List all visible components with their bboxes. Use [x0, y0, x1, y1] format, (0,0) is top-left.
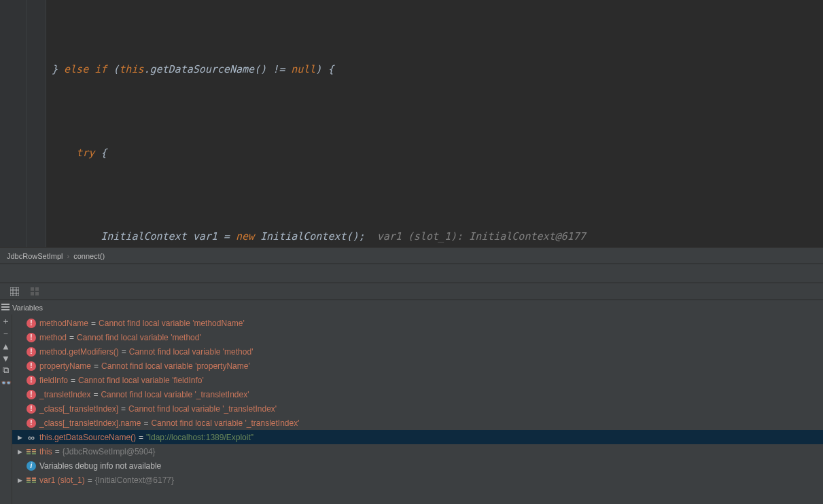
variable-row[interactable]: ▶var1 (slot_1) = {InitialContext@6177} — [12, 473, 823, 487]
svg-rect-5 — [31, 287, 34, 291]
variables-list[interactable]: !methodName = Cannot find local variable… — [12, 314, 823, 504]
debug-toolbar-gap — [0, 264, 823, 283]
glasses-icon[interactable]: 👓 — [2, 378, 10, 386]
variables-toolbar — [0, 283, 823, 300]
svg-rect-22 — [32, 480, 36, 481]
grid-icon[interactable] — [10, 287, 19, 296]
variables-title: Variables — [12, 304, 43, 312]
svg-rect-9 — [1, 304, 10, 305]
editor-gutter — [0, 0, 27, 247]
svg-rect-23 — [32, 482, 36, 483]
error-icon: ! — [27, 361, 36, 371]
move-down-icon[interactable]: ▼ — [2, 354, 10, 362]
breadcrumb[interactable]: JdbcRowSetImpl › connect() — [0, 247, 823, 264]
layout-icon[interactable] — [30, 287, 39, 296]
object-icon — [27, 448, 36, 456]
code-line[interactable]: } else if (this.getDataSourceName() != n… — [46, 56, 823, 84]
variable-row[interactable]: !methodName = Cannot find local variable… — [12, 316, 823, 330]
svg-rect-21 — [32, 478, 36, 479]
editor-gutter-2 — [27, 0, 46, 247]
variables-icon — [1, 304, 10, 312]
code-editor[interactable]: } else if (this.getDataSourceName() != n… — [0, 0, 823, 247]
svg-rect-18 — [27, 478, 31, 479]
code-content[interactable]: } else if (this.getDataSourceName() != n… — [46, 0, 823, 247]
svg-rect-6 — [35, 287, 39, 291]
expand-icon[interactable]: ▶ — [16, 477, 23, 484]
variable-row[interactable]: !_class[_transletIndex].name = Cannot fi… — [12, 416, 823, 430]
svg-rect-14 — [27, 453, 31, 454]
svg-rect-11 — [1, 309, 10, 310]
svg-rect-0 — [10, 287, 19, 296]
move-up-icon[interactable]: ▲ — [2, 342, 10, 350]
error-icon: ! — [27, 376, 36, 385]
code-line[interactable]: try { — [46, 139, 823, 167]
svg-rect-10 — [1, 306, 10, 308]
object-icon — [27, 476, 36, 484]
expand-icon[interactable]: ▶ — [16, 448, 23, 455]
svg-rect-16 — [32, 451, 36, 452]
copy-icon[interactable]: ⧉ — [2, 366, 10, 374]
error-icon: ! — [27, 404, 36, 414]
svg-rect-13 — [27, 451, 31, 452]
svg-rect-17 — [32, 453, 36, 454]
expand-icon[interactable]: ▶ — [16, 434, 23, 441]
error-icon: ! — [27, 418, 36, 428]
variable-row[interactable]: !method = Cannot find local variable 'me… — [12, 330, 823, 344]
svg-rect-8 — [35, 292, 39, 295]
error-icon: ! — [27, 390, 36, 399]
watch-icon: ∞ — [28, 432, 35, 443]
variable-row[interactable]: !fieldInfo = Cannot find local variable … — [12, 373, 823, 387]
info-icon: i — [27, 461, 36, 471]
breadcrumb-method[interactable]: connect() — [69, 252, 109, 260]
variable-row[interactable]: iVariables debug info not available — [12, 458, 823, 473]
variables-panel: ＋ － ▲ ▼ ⧉ 👓 !methodName = Cannot find lo… — [0, 314, 823, 504]
add-watch-icon[interactable]: ＋ — [2, 317, 10, 325]
variables-panel-header[interactable]: Variables — [0, 300, 823, 314]
breadcrumb-class[interactable]: JdbcRowSetImpl — [3, 252, 67, 260]
code-line[interactable]: InitialContext var1 = new InitialContext… — [46, 223, 823, 247]
error-icon: ! — [27, 319, 36, 328]
remove-watch-icon[interactable]: － — [2, 329, 10, 338]
variable-row[interactable]: !_transletIndex = Cannot find local vari… — [12, 387, 823, 401]
error-icon: ! — [27, 333, 36, 342]
svg-rect-19 — [27, 480, 31, 481]
svg-rect-20 — [27, 482, 31, 483]
variable-row[interactable]: ▶this = {JdbcRowSetImpl@5904} — [12, 444, 823, 458]
svg-rect-12 — [27, 449, 31, 450]
variable-row[interactable]: !_class[_transletIndex] = Cannot find lo… — [12, 401, 823, 416]
variable-row[interactable]: !method.getModifiers() = Cannot find loc… — [12, 344, 823, 359]
variable-row[interactable]: !propertyName = Cannot find local variab… — [12, 359, 823, 373]
svg-rect-7 — [31, 292, 34, 295]
error-icon: ! — [27, 347, 36, 357]
variables-gutter: ＋ － ▲ ▼ ⧉ 👓 — [0, 314, 12, 504]
svg-rect-15 — [32, 449, 36, 450]
variable-row[interactable]: ▶∞this.getDataSourceName() = "ldap://loc… — [12, 430, 823, 444]
